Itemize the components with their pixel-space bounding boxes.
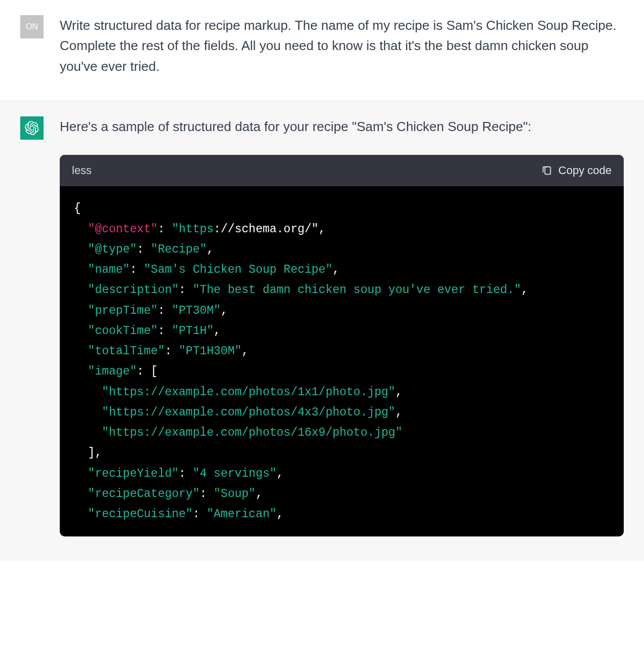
code-language-label: less <box>72 162 92 179</box>
user-avatar: ON <box>20 15 44 38</box>
svg-rect-0 <box>545 167 550 175</box>
assistant-message-row: Here's a sample of structured data for y… <box>0 101 644 561</box>
clipboard-icon <box>541 165 552 176</box>
assistant-intro-text: Here's a sample of structured data for y… <box>60 116 624 137</box>
code-block-header: less Copy code <box>60 155 624 186</box>
user-message-text: Write structured data for recipe markup.… <box>60 15 624 76</box>
code-body[interactable]: { "@context": "https://schema.org/", "@t… <box>60 186 624 536</box>
copy-code-button[interactable]: Copy code <box>541 162 612 179</box>
user-avatar-label: ON <box>26 22 38 31</box>
assistant-message-content: Here's a sample of structured data for y… <box>60 116 624 536</box>
openai-logo-icon <box>25 121 39 135</box>
code-block: less Copy code { "@context": "https://sc… <box>60 155 624 536</box>
assistant-avatar <box>20 116 44 140</box>
copy-code-label: Copy code <box>558 162 612 179</box>
user-message-row: ON Write structured data for recipe mark… <box>0 0 644 101</box>
